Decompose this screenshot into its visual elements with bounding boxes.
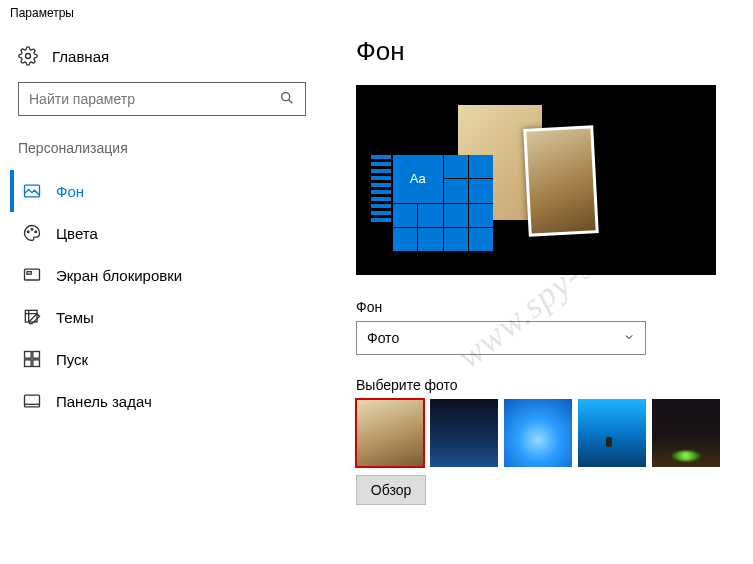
gear-icon <box>18 46 38 66</box>
home-link[interactable]: Главная <box>10 36 330 82</box>
home-label: Главная <box>52 48 109 65</box>
search-input[interactable] <box>29 91 279 107</box>
svg-point-5 <box>31 228 33 230</box>
picture-icon <box>22 181 42 201</box>
svg-rect-12 <box>25 360 32 367</box>
svg-point-0 <box>26 54 31 59</box>
desktop-preview: Aa <box>356 85 716 275</box>
preview-window <box>523 125 599 237</box>
search-box[interactable] <box>18 82 306 116</box>
nav-list: Фон Цвета Экран блокировки Темы <box>10 170 330 422</box>
left-pane: Главная Персонализация Фон Цвета <box>10 36 330 505</box>
svg-rect-8 <box>27 272 31 275</box>
photo-thumb-4[interactable] <box>578 399 646 467</box>
svg-point-4 <box>27 231 29 233</box>
right-pane: Фон Aa Фон Фото Выберите фото <box>330 36 730 505</box>
photo-thumb-5[interactable] <box>652 399 720 467</box>
photo-thumb-3[interactable] <box>504 399 572 467</box>
svg-rect-11 <box>33 352 40 359</box>
svg-line-2 <box>289 99 293 103</box>
taskbar-icon <box>22 391 42 411</box>
svg-point-1 <box>282 92 290 100</box>
dropdown-value: Фото <box>367 330 399 346</box>
background-dropdown[interactable]: Фото <box>356 321 646 355</box>
nav-item-start[interactable]: Пуск <box>10 338 330 380</box>
start-icon <box>22 349 42 369</box>
section-label: Персонализация <box>10 140 330 170</box>
svg-rect-14 <box>25 395 40 407</box>
lockscreen-icon <box>22 265 42 285</box>
svg-rect-13 <box>33 360 40 367</box>
nav-item-colors[interactable]: Цвета <box>10 212 330 254</box>
themes-icon <box>22 307 42 327</box>
photo-thumb-1[interactable] <box>356 399 424 467</box>
page-title: Фон <box>356 36 730 67</box>
browse-button[interactable]: Обзор <box>356 475 426 505</box>
nav-label: Панель задач <box>56 393 152 410</box>
nav-item-background[interactable]: Фон <box>10 170 330 212</box>
search-icon <box>279 90 295 109</box>
svg-rect-10 <box>25 352 32 359</box>
nav-item-themes[interactable]: Темы <box>10 296 330 338</box>
photo-thumb-2[interactable] <box>430 399 498 467</box>
preview-start-menu: Aa <box>371 155 493 251</box>
chevron-down-icon <box>623 330 635 346</box>
photo-thumbnails <box>356 399 730 467</box>
nav-label: Пуск <box>56 351 88 368</box>
background-label: Фон <box>356 299 730 315</box>
nav-label: Фон <box>56 183 84 200</box>
nav-item-taskbar[interactable]: Панель задач <box>10 380 330 422</box>
nav-label: Цвета <box>56 225 98 242</box>
preview-tile-sample: Aa <box>393 155 443 203</box>
svg-point-6 <box>35 231 37 233</box>
nav-label: Экран блокировки <box>56 267 182 284</box>
choose-photo-label: Выберите фото <box>356 377 730 393</box>
palette-icon <box>22 223 42 243</box>
window-title: Параметры <box>0 0 753 26</box>
nav-item-lockscreen[interactable]: Экран блокировки <box>10 254 330 296</box>
nav-label: Темы <box>56 309 94 326</box>
